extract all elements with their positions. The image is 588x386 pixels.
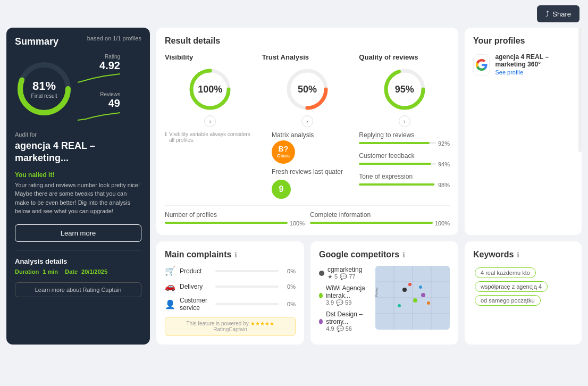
visibility-chevron[interactable]: › — [204, 115, 216, 127]
trust-label: Trust Analysis — [262, 53, 309, 61]
powered-stars: ★★★★★ — [250, 321, 274, 326]
competitor-name-2: WiWi Agencja interak... — [326, 284, 370, 299]
audit-name: agencja 4 REAL – marketing... — [15, 140, 141, 165]
see-profile-link[interactable]: See profile — [495, 69, 523, 75]
complaint-product: 🛒 Product 0% — [165, 266, 296, 276]
keyword-tag-2: współpracę z agencją 4 — [475, 281, 548, 292]
reviews-value: 49 — [78, 97, 120, 110]
visibility-note: ℹ Visibility variable always considers a… — [165, 131, 256, 143]
svg-point-20 — [427, 301, 430, 305]
competitor-cgmarketing: cgmarketing ★ 5 💬 77 — [319, 266, 370, 280]
final-result-label: Final result — [31, 93, 57, 99]
quality-value: 95% — [395, 84, 414, 95]
competitor-reviews-2: 💬 59 — [336, 299, 351, 306]
fresh-reviews-label: Fresh reviews last quater — [272, 168, 343, 175]
scrollbar[interactable] — [578, 28, 582, 152]
final-result-donut: 81% Final result — [15, 60, 73, 118]
product-icon: 🛒 — [165, 266, 175, 276]
trust-chevron[interactable]: › — [301, 115, 313, 127]
profile-item: agencja 4 REAL – marketing 360° See prof… — [473, 53, 573, 76]
competitor-reviews-1: 💬 77 — [340, 273, 355, 280]
fresh-reviews-value: 9 — [272, 180, 291, 199]
product-label: Product — [180, 267, 211, 275]
trust-value: 50% — [298, 84, 317, 95]
feedback-item: Customer feedback 94% — [359, 152, 450, 167]
keyword-tag-3: od samego początku — [475, 295, 541, 306]
competitor-reviews-3: 💬 56 — [337, 325, 352, 332]
keywords-info-icon: ℹ — [517, 251, 519, 259]
svg-text:Rating: Rating — [375, 288, 378, 297]
learn-more-button[interactable]: Learn more — [15, 224, 141, 242]
main-complaints-card: Main complaints ℹ 🛒 Product 0% 🚗 Deliver… — [156, 241, 304, 345]
summary-card: Summary based on 1/1 profiles 81% Final … — [6, 28, 150, 345]
trust-analysis-metric: Trust Analysis 50% › Matrix analysis B? … — [262, 53, 353, 199]
date-label: Date — [65, 268, 78, 275]
analysis-title: Analysis details — [15, 257, 141, 265]
tone-item: Tone of expression 98% — [359, 173, 450, 188]
competitor-name-1: cgmarketing — [327, 266, 362, 273]
keywords-title: Keywords — [473, 250, 514, 259]
svg-point-19 — [419, 286, 422, 289]
result-details-card: Result details Visibility 100% › ℹ Visib… — [156, 28, 458, 235]
number-profiles-item: Number of profiles 100% — [165, 211, 305, 226]
svg-point-15 — [402, 288, 407, 292]
competitors-map-chart: Rating — [375, 266, 450, 330]
complaint-delivery: 🚗 Delivery 0% — [165, 281, 296, 291]
reviews-label: Reviews — [78, 91, 120, 97]
rating-value: 4.92 — [78, 60, 120, 72]
competitor-name-3: Dst Design – strony... — [326, 311, 370, 325]
matrix-label: Matrix analysis — [272, 131, 343, 139]
keyword-tag-1: 4 real każdemu kto — [475, 267, 536, 278]
competitor-list: cgmarketing ★ 5 💬 77 WiWi Agencja intera… — [319, 266, 370, 332]
quality-chevron[interactable]: › — [399, 115, 410, 127]
your-profiles-title: Your profiles — [473, 36, 573, 46]
share-button[interactable]: Share — [537, 5, 579, 22]
competitor-dst: Dst Design – strony... 4.9 💬 56 — [319, 311, 370, 332]
analysis-details-section: Analysis details Duration 1 min Date 20/… — [15, 250, 141, 297]
powered-by-box: This feature is powered by ★★★★★ RatingC… — [165, 317, 296, 336]
profile-name: agencja 4 REAL – marketing 360° — [495, 53, 573, 68]
customer-service-pct: 0% — [283, 301, 296, 307]
complaints-info-icon: ℹ — [234, 251, 237, 259]
duration-value: 1 min — [43, 268, 58, 275]
competitors-title: Google competitors — [319, 250, 399, 259]
google-competitors-card: Google competitors ℹ cgmarketing ★ 5 💬 7… — [310, 241, 458, 345]
delivery-icon: 🚗 — [165, 281, 175, 291]
complete-info-item: Complete information 100% — [310, 211, 450, 226]
rating-label: Rating — [78, 54, 120, 60]
top-bar: Share — [0, 0, 588, 28]
customer-service-label: Customer service — [180, 297, 211, 312]
nailed-it-label: You nailed it! — [15, 171, 141, 179]
audit-for-label: Audit for — [15, 131, 141, 138]
google-icon — [473, 54, 490, 75]
visibility-metric: Visibility 100% › ℹ Visibility variable … — [165, 53, 256, 199]
summary-title: Summary — [15, 36, 58, 47]
your-profiles-card: Your profiles agencja 4 REAL – marketing… — [465, 28, 582, 235]
powered-brand: RatingCaptain — [213, 326, 247, 332]
based-on-label: based on 1/1 profiles — [87, 35, 141, 41]
learn-more-rc-button[interactable]: Learn more about Rating Captain — [15, 282, 141, 297]
quality-reviews-metric: Quality of reviews 95% › Replying to rev… — [359, 53, 450, 199]
keywords-tags: 4 real każdemu kto współpracę z agencją … — [473, 266, 573, 307]
visibility-value: 100% — [198, 84, 222, 95]
competitor-rating-3: 4.9 — [326, 325, 334, 332]
nailed-it-text: Your rating and reviews number look pret… — [15, 181, 141, 216]
svg-point-21 — [398, 304, 401, 307]
svg-point-17 — [421, 293, 425, 297]
replying-item: Replying to reviews 92% — [359, 131, 450, 147]
date-value: 20/1/2025 — [81, 268, 107, 275]
customer-service-icon: 👤 — [165, 299, 175, 309]
svg-point-18 — [408, 283, 411, 286]
delivery-pct: 0% — [283, 283, 296, 290]
final-result-pct: 81% — [31, 79, 57, 93]
competitor-rating-2: 3.9 — [326, 299, 334, 306]
competitor-wiwi: WiWi Agencja interak... 3.9 💬 59 — [319, 284, 370, 306]
svg-point-16 — [413, 298, 417, 303]
complaints-title: Main complaints — [165, 250, 231, 259]
matrix-badge: B? Class — [272, 140, 295, 164]
competitors-info-icon: ℹ — [402, 251, 405, 259]
result-details-title: Result details — [165, 36, 450, 46]
keywords-card: Keywords ℹ 4 real każdemu kto współpracę… — [465, 241, 582, 345]
competitor-rating-1: ★ 5 — [327, 273, 338, 280]
quality-label: Quality of reviews — [359, 53, 418, 61]
